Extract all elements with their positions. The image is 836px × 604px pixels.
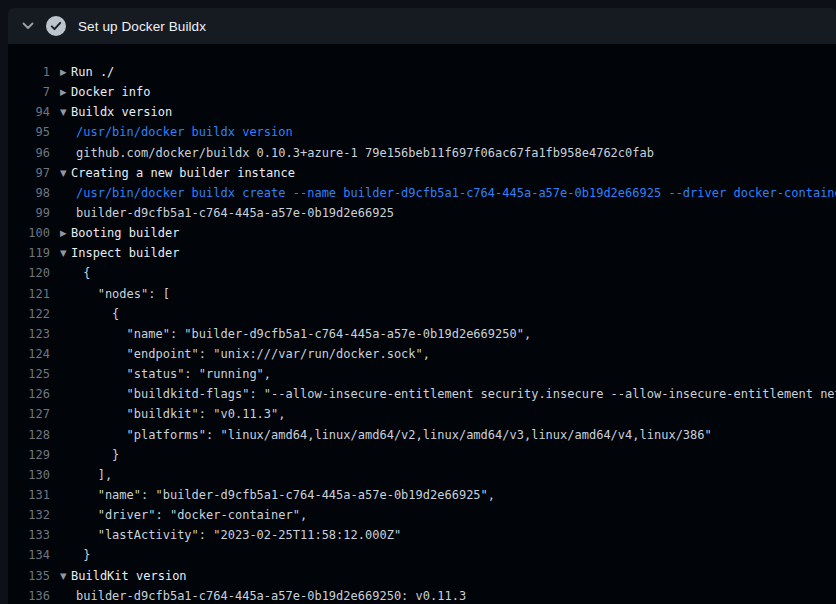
line-number[interactable]: 1 bbox=[8, 62, 50, 82]
log-line-text: "buildkitd-flags": "--allow-insecure-ent… bbox=[76, 384, 836, 404]
line-number[interactable]: 100 bbox=[8, 223, 50, 243]
log-group-row[interactable]: 135 ▼ BuildKit version bbox=[8, 566, 836, 586]
caret-icon bbox=[60, 465, 76, 485]
caret-icon bbox=[60, 384, 76, 404]
log-line-text: /usr/bin/docker buildx create --name bui… bbox=[76, 183, 836, 203]
log-row: 124 "endpoint": "unix:///var/run/docker.… bbox=[8, 344, 836, 364]
log-line-text: "nodes": [ bbox=[76, 284, 836, 304]
log-line-text: "buildkit": "v0.11.3", bbox=[76, 404, 836, 424]
log-row: 122 { bbox=[8, 304, 836, 324]
caret-icon bbox=[60, 344, 76, 364]
line-number[interactable]: 135 bbox=[8, 566, 50, 586]
caret-collapsed-icon[interactable]: ▶ bbox=[60, 62, 71, 82]
log-output: 1 ▶ Run ./ 7 ▶ Docker info 94 ▼ Buildx v… bbox=[8, 44, 836, 604]
caret-icon bbox=[60, 203, 76, 223]
log-group-title: Docker info bbox=[71, 82, 836, 102]
log-group-title: Inspect builder bbox=[71, 243, 836, 263]
caret-icon bbox=[60, 364, 76, 384]
step-header[interactable]: Set up Docker Buildx bbox=[8, 8, 836, 44]
log-line-text: builder-d9cfb5a1-c764-445a-a57e-0b19d2e6… bbox=[76, 586, 836, 604]
line-number[interactable]: 128 bbox=[8, 425, 50, 445]
log-row: 120 { bbox=[8, 263, 836, 283]
log-group-row[interactable]: 97 ▼ Creating a new builder instance bbox=[8, 163, 836, 183]
caret-expanded-icon[interactable]: ▼ bbox=[60, 243, 71, 263]
caret-icon bbox=[60, 404, 76, 424]
log-row: 121 "nodes": [ bbox=[8, 284, 836, 304]
log-row: 96 github.com/docker/buildx 0.10.3+azure… bbox=[8, 143, 836, 163]
log-line-text: } bbox=[76, 445, 836, 465]
log-row: 129 } bbox=[8, 445, 836, 465]
log-line-text: ], bbox=[76, 465, 836, 485]
log-group-row[interactable]: 1 ▶ Run ./ bbox=[8, 62, 836, 82]
log-group-row[interactable]: 119 ▼ Inspect builder bbox=[8, 243, 836, 263]
log-line-text: { bbox=[76, 263, 836, 283]
caret-icon bbox=[60, 183, 76, 203]
line-number[interactable]: 96 bbox=[8, 143, 50, 163]
line-number[interactable]: 95 bbox=[8, 122, 50, 142]
log-group-title: Run ./ bbox=[71, 62, 836, 82]
line-number[interactable]: 127 bbox=[8, 404, 50, 424]
caret-expanded-icon[interactable]: ▼ bbox=[60, 163, 71, 183]
log-line-text: } bbox=[76, 545, 836, 565]
line-number[interactable]: 134 bbox=[8, 545, 50, 565]
line-number[interactable]: 131 bbox=[8, 485, 50, 505]
log-group-title: Buildx version bbox=[71, 102, 836, 122]
step-title: Set up Docker Buildx bbox=[78, 19, 206, 34]
log-line-text: "endpoint": "unix:///var/run/docker.sock… bbox=[76, 344, 836, 364]
line-number[interactable]: 136 bbox=[8, 586, 50, 604]
line-number[interactable]: 133 bbox=[8, 525, 50, 545]
line-number[interactable]: 129 bbox=[8, 445, 50, 465]
log-row: 136 builder-d9cfb5a1-c764-445a-a57e-0b19… bbox=[8, 586, 836, 604]
log-line-text: github.com/docker/buildx 0.10.3+azure-1 … bbox=[76, 143, 836, 163]
line-number[interactable]: 7 bbox=[8, 82, 50, 102]
caret-expanded-icon[interactable]: ▼ bbox=[60, 566, 71, 586]
log-row: 125 "status": "running", bbox=[8, 364, 836, 384]
caret-expanded-icon[interactable]: ▼ bbox=[60, 102, 71, 122]
log-line-text: builder-d9cfb5a1-c764-445a-a57e-0b19d2e6… bbox=[76, 203, 836, 223]
line-number[interactable]: 132 bbox=[8, 505, 50, 525]
log-row: 127 "buildkit": "v0.11.3", bbox=[8, 404, 836, 424]
line-number[interactable]: 119 bbox=[8, 243, 50, 263]
line-number[interactable]: 121 bbox=[8, 284, 50, 304]
line-number[interactable]: 130 bbox=[8, 465, 50, 485]
log-row: 98 /usr/bin/docker buildx create --name … bbox=[8, 183, 836, 203]
caret-icon bbox=[60, 284, 76, 304]
log-line-text: { bbox=[76, 304, 836, 324]
line-number[interactable]: 98 bbox=[8, 183, 50, 203]
log-row: 134 } bbox=[8, 545, 836, 565]
caret-icon bbox=[60, 586, 76, 604]
log-line-text: "lastActivity": "2023-02-25T11:58:12.000… bbox=[76, 525, 836, 545]
caret-icon bbox=[60, 122, 76, 142]
log-line-text: /usr/bin/docker buildx version bbox=[76, 122, 836, 142]
log-group-row[interactable]: 7 ▶ Docker info bbox=[8, 82, 836, 102]
log-group-title: Booting builder bbox=[71, 223, 836, 243]
log-row: 126 "buildkitd-flags": "--allow-insecure… bbox=[8, 384, 836, 404]
log-group-row[interactable]: 100 ▶ Booting builder bbox=[8, 223, 836, 243]
log-line-text: "name": "builder-d9cfb5a1-c764-445a-a57e… bbox=[76, 324, 836, 344]
log-row: 130 ], bbox=[8, 465, 836, 485]
line-number[interactable]: 124 bbox=[8, 344, 50, 364]
caret-icon bbox=[60, 425, 76, 445]
log-row: 132 "driver": "docker-container", bbox=[8, 505, 836, 525]
log-row: 95 /usr/bin/docker buildx version bbox=[8, 122, 836, 142]
line-number[interactable]: 94 bbox=[8, 102, 50, 122]
caret-collapsed-icon[interactable]: ▶ bbox=[60, 223, 71, 243]
caret-icon bbox=[60, 263, 76, 283]
caret-icon bbox=[60, 525, 76, 545]
log-line-text: "name": "builder-d9cfb5a1-c764-445a-a57e… bbox=[76, 485, 836, 505]
line-number[interactable]: 125 bbox=[8, 364, 50, 384]
line-number[interactable]: 123 bbox=[8, 324, 50, 344]
log-row: 131 "name": "builder-d9cfb5a1-c764-445a-… bbox=[8, 485, 836, 505]
caret-icon bbox=[60, 505, 76, 525]
log-group-row[interactable]: 94 ▼ Buildx version bbox=[8, 102, 836, 122]
caret-icon bbox=[60, 445, 76, 465]
line-number[interactable]: 97 bbox=[8, 163, 50, 183]
caret-collapsed-icon[interactable]: ▶ bbox=[60, 82, 71, 102]
caret-icon bbox=[60, 324, 76, 344]
line-number[interactable]: 122 bbox=[8, 304, 50, 324]
chevron-down-icon[interactable] bbox=[20, 18, 36, 34]
line-number[interactable]: 120 bbox=[8, 263, 50, 283]
step-container: Set up Docker Buildx 1 ▶ Run ./ 7 ▶ Dock… bbox=[8, 8, 836, 604]
line-number[interactable]: 126 bbox=[8, 384, 50, 404]
line-number[interactable]: 99 bbox=[8, 203, 50, 223]
